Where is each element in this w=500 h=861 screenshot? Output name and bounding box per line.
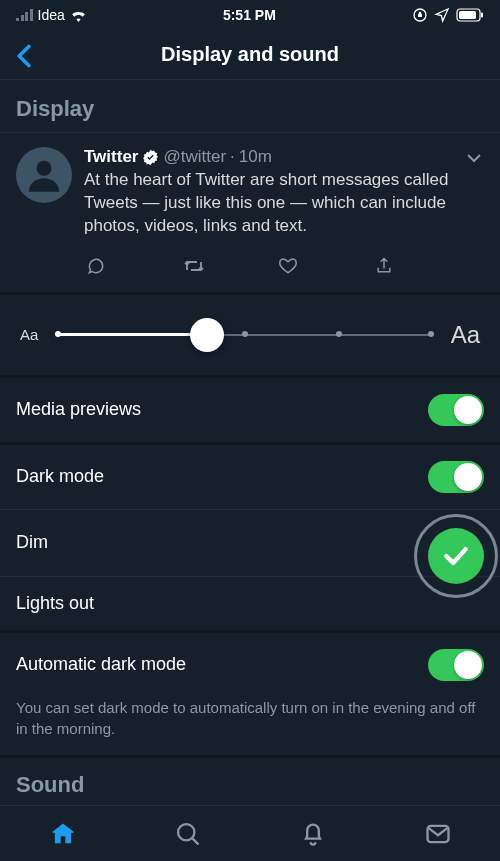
verified-badge-icon [142,149,159,166]
share-button[interactable] [374,256,470,276]
svg-rect-2 [459,11,476,19]
tab-bar [0,805,500,861]
tab-home[interactable] [0,806,125,861]
bell-icon [299,820,327,848]
auto-dark-mode-row[interactable]: Automatic dark mode [0,633,500,697]
tweet-time: 10m [239,147,272,167]
sample-tweet: Twitter @twitter · 10m At the heart of T… [0,133,500,248]
status-right [412,7,484,23]
dim-label: Dim [16,532,48,553]
font-large-label: Aa [451,321,480,349]
back-button[interactable] [16,44,32,72]
tweet-author-name: Twitter [84,147,138,167]
dark-mode-row[interactable]: Dark mode [0,445,500,509]
dim-highlight-ring [414,514,498,598]
mail-icon [424,820,452,848]
auto-dark-mode-switch[interactable] [428,649,484,681]
like-button[interactable] [278,256,374,276]
tweet-more-button[interactable] [466,149,482,167]
media-previews-row[interactable]: Media previews [0,378,500,442]
media-previews-switch[interactable] [428,394,484,426]
tab-search[interactable] [125,806,250,861]
reply-icon [86,256,106,276]
reply-button[interactable] [86,256,182,276]
check-icon [442,545,470,567]
dark-mode-switch[interactable] [428,461,484,493]
section-header-display: Display [0,80,500,132]
svg-point-5 [178,824,194,840]
battery-icon [456,8,484,22]
share-icon [374,256,394,276]
status-left: Idea [16,7,87,23]
status-bar: Idea 5:51 PM [0,0,500,30]
page-title: Display and sound [161,43,339,66]
dark-mode-label: Dark mode [16,466,104,487]
tweet-text: At the heart of Twitter are short messag… [84,169,484,238]
chevron-left-icon [16,44,32,68]
search-icon [174,820,202,848]
wifi-icon [70,9,87,22]
tweet-handle: @twitter [163,147,226,167]
media-previews-label: Media previews [16,399,141,420]
auto-dark-mode-helper: You can set dark mode to automatically t… [0,697,500,755]
section-header-sound: Sound [0,758,500,808]
person-icon [24,155,64,195]
chevron-down-icon [466,153,482,163]
auto-dark-mode-label: Automatic dark mode [16,654,186,675]
dot-separator: · [230,147,235,167]
orientation-lock-icon [412,7,428,23]
tab-notifications[interactable] [250,806,375,861]
retweet-button[interactable] [182,256,278,276]
lights-out-label: Lights out [16,593,94,614]
avatar [16,147,72,203]
dim-selected-indicator[interactable] [428,528,484,584]
font-small-label: Aa [20,326,38,343]
clock: 5:51 PM [223,7,276,23]
signal-icon [16,9,33,21]
font-size-slider[interactable] [56,333,432,337]
retweet-icon [182,256,206,276]
svg-point-4 [37,161,52,176]
home-icon [49,820,77,848]
font-size-slider-row: Aa Aa [0,295,500,375]
carrier-label: Idea [38,7,65,23]
svg-rect-3 [481,13,483,18]
location-icon [434,7,450,23]
slider-thumb[interactable] [190,318,224,352]
heart-icon [278,256,298,276]
nav-header: Display and sound [0,30,500,80]
tab-messages[interactable] [375,806,500,861]
